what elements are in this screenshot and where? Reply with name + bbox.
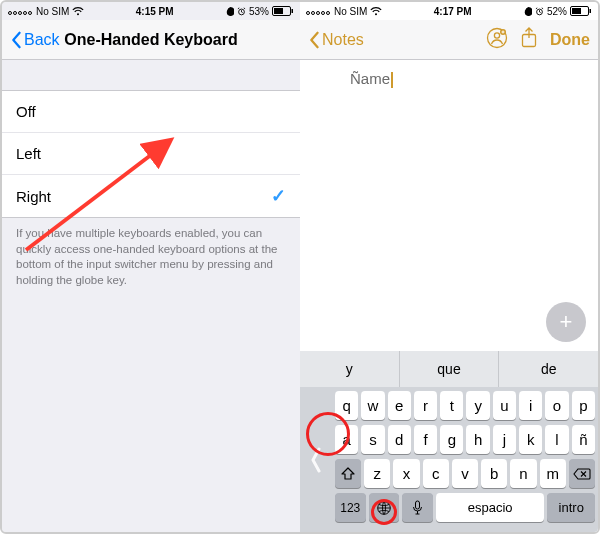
status-bar: No SIM 4:15 PM 53% — [2, 2, 300, 20]
svg-rect-8 — [590, 9, 592, 13]
key-n[interactable]: n — [510, 459, 536, 488]
key-u[interactable]: u — [493, 391, 516, 420]
done-button[interactable]: Done — [550, 31, 590, 49]
suggestion[interactable]: que — [400, 351, 500, 387]
nav-bar: Back One-Handed Keyboard — [2, 20, 300, 60]
key-x[interactable]: x — [393, 459, 419, 488]
text-cursor — [391, 72, 393, 88]
note-editor[interactable]: Ñame — [300, 60, 598, 98]
mic-key[interactable] — [402, 493, 433, 522]
signal-icon — [8, 6, 33, 17]
numbers-key[interactable]: 123 — [335, 493, 366, 522]
key-o[interactable]: o — [545, 391, 568, 420]
key-q[interactable]: q — [335, 391, 358, 420]
key-c[interactable]: c — [423, 459, 449, 488]
option-label: Left — [16, 145, 41, 162]
key-z[interactable]: z — [364, 459, 390, 488]
key-enye[interactable]: ñ — [572, 425, 595, 454]
status-bar: No SIM 4:17 PM 52% — [300, 2, 598, 20]
nav-bar: Notes Done — [300, 20, 598, 60]
key-l[interactable]: l — [545, 425, 568, 454]
back-label: Back — [24, 31, 60, 49]
svg-rect-7 — [572, 8, 581, 14]
share-icon[interactable] — [520, 27, 538, 53]
key-f[interactable]: f — [414, 425, 437, 454]
note-text: Ñame — [350, 70, 390, 87]
key-i[interactable]: i — [519, 391, 542, 420]
option-label: Right — [16, 188, 51, 205]
key-t[interactable]: t — [440, 391, 463, 420]
option-right[interactable]: Right ✓ — [2, 175, 300, 217]
add-person-icon[interactable] — [486, 27, 508, 53]
suggestion[interactable]: y — [300, 351, 400, 387]
settings-screen: No SIM 4:15 PM 53% Back One-Handed Keybo… — [2, 2, 300, 532]
back-label: Notes — [322, 31, 364, 49]
key-s[interactable]: s — [361, 425, 384, 454]
clock: 4:17 PM — [434, 6, 472, 17]
alarm-icon — [237, 7, 246, 16]
svg-rect-2 — [274, 8, 283, 14]
back-button[interactable]: Notes — [308, 31, 364, 49]
option-off[interactable]: Off — [2, 91, 300, 133]
options-group: Off Left Right ✓ — [2, 90, 300, 218]
suggestion[interactable]: de — [499, 351, 598, 387]
space-key[interactable]: espacio — [436, 493, 545, 522]
key-p[interactable]: p — [572, 391, 595, 420]
key-b[interactable]: b — [481, 459, 507, 488]
key-a[interactable]: a — [335, 425, 358, 454]
key-e[interactable]: e — [388, 391, 411, 420]
battery-icon — [570, 6, 592, 16]
globe-key[interactable] — [369, 493, 400, 522]
key-h[interactable]: h — [466, 425, 489, 454]
clock: 4:15 PM — [136, 6, 174, 17]
key-g[interactable]: g — [440, 425, 463, 454]
battery-pct: 52% — [547, 6, 567, 17]
key-r[interactable]: r — [414, 391, 437, 420]
notes-screen: No SIM 4:17 PM 52% Notes Done — [300, 2, 598, 532]
key-m[interactable]: m — [540, 459, 566, 488]
key-w[interactable]: w — [361, 391, 384, 420]
dnd-icon — [523, 7, 532, 16]
key-d[interactable]: d — [388, 425, 411, 454]
suggestion-bar: y que de — [300, 351, 598, 387]
wifi-icon — [370, 7, 382, 16]
key-v[interactable]: v — [452, 459, 478, 488]
shift-key[interactable] — [335, 459, 361, 488]
key-j[interactable]: j — [493, 425, 516, 454]
backspace-key[interactable] — [569, 459, 595, 488]
svg-rect-3 — [292, 9, 294, 13]
back-button[interactable]: Back — [10, 31, 60, 49]
key-k[interactable]: k — [519, 425, 542, 454]
checkmark-icon: ✓ — [271, 185, 286, 207]
return-key[interactable]: intro — [547, 493, 595, 522]
alarm-icon — [535, 7, 544, 16]
wifi-icon — [72, 7, 84, 16]
keyboard: y que de q w e r t y u i o p — [300, 351, 598, 532]
battery-icon — [272, 6, 294, 16]
dnd-icon — [225, 7, 234, 16]
option-label: Off — [16, 103, 36, 120]
svg-rect-14 — [415, 501, 419, 509]
footer-note: If you have multiple keyboards enabled, … — [2, 218, 300, 296]
carrier-label: No SIM — [334, 6, 367, 17]
carrier-label: No SIM — [36, 6, 69, 17]
key-y[interactable]: y — [466, 391, 489, 420]
option-left[interactable]: Left — [2, 133, 300, 175]
add-button[interactable]: + — [546, 302, 586, 342]
expand-keyboard-handle[interactable] — [300, 387, 332, 532]
signal-icon — [306, 6, 331, 17]
battery-pct: 53% — [249, 6, 269, 17]
svg-point-10 — [494, 32, 499, 37]
